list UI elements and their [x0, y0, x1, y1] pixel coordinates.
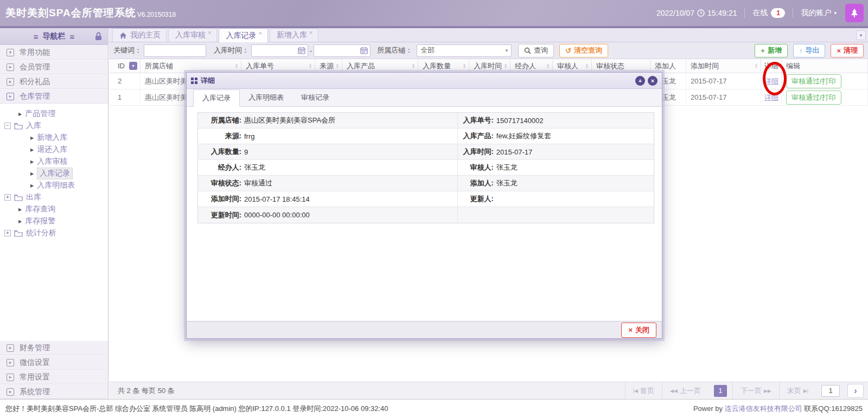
sidebar-item-points-gifts[interactable]: ▸ 积分礼品	[0, 74, 108, 89]
tree-item-stock-query[interactable]: ▶ 库存查询	[0, 203, 108, 215]
sort-icon[interactable]: ▲▼	[546, 63, 550, 69]
tree-item-inbound-records[interactable]: ▶ 入库记录	[0, 168, 108, 179]
pager-controls: |◀ 首页 ◀◀ 上一页 1 下一页 ▶▶ 末页 ▶| ›	[625, 382, 864, 399]
sort-icon[interactable]: ▲▼	[585, 63, 589, 69]
tab-inbound-records[interactable]: 入库记录 ×	[219, 28, 267, 42]
sidebar-item-label: 会员管理	[20, 62, 50, 72]
column-header-store[interactable]: 所属店铺 ▲▼	[141, 59, 241, 73]
field-value: few,妊娠纹修复套	[496, 131, 551, 141]
last-page-button[interactable]: 末页 ▶|	[779, 382, 816, 399]
sort-icon[interactable]: ▲▼	[412, 63, 415, 69]
sidebar-item-label: 常用功能	[20, 48, 50, 57]
clear-search-button[interactable]: ↺ 清空查询	[559, 44, 608, 57]
tab-close-icon[interactable]: ×	[258, 30, 261, 36]
menu-icon: ≡	[70, 32, 75, 41]
theme-tree-button[interactable]	[845, 4, 864, 22]
audit-print-button[interactable]: 审核通过/打印	[786, 91, 841, 105]
tab-close-icon[interactable]: ×	[208, 29, 211, 36]
sort-icon[interactable]: ▲▼	[755, 63, 758, 69]
modal-tab-inbound-detail-list[interactable]: 入库明细表	[240, 89, 292, 106]
app-root: 美时美刻SPA会所管理系统 V6.20150318 2022/10/07 15:…	[0, 0, 868, 418]
export-button[interactable]: ↑ 导出	[793, 44, 826, 57]
sidebar-item-system-management[interactable]: ▸ 系统管理	[0, 384, 108, 399]
tab-new-inbound[interactable]: 新增入库 ×	[270, 28, 318, 42]
audit-print-button[interactable]: 审核通过/打印	[786, 74, 841, 88]
tab-close-icon[interactable]: ×	[309, 29, 312, 36]
search-button[interactable]: 查询	[518, 44, 554, 57]
tree-branch-statistics[interactable]: + 统计分析	[0, 227, 108, 239]
tab-overflow-button[interactable]: ▾	[856, 30, 866, 40]
account-menu[interactable]: 我的账户 ▾	[801, 8, 837, 18]
column-selector-icon[interactable]: ▾	[129, 62, 137, 70]
modal-tab-audit-record[interactable]: 审核记录	[292, 89, 338, 106]
folder-open-icon	[14, 123, 23, 130]
maximize-button[interactable]: +	[635, 76, 645, 86]
keyword-input[interactable]	[144, 44, 206, 57]
tree-item-inbound-audit[interactable]: ▶ 入库审核	[0, 156, 108, 168]
modal-body: 所属店铺:惠山区美时美刻美容SPA会所 入库单号:150717140002 来源…	[187, 107, 662, 321]
tree-item-stock-alert[interactable]: ▶ 库存报警	[0, 215, 108, 227]
modal-tab-inbound-record[interactable]: 入库记录	[193, 89, 240, 107]
tree-branch-inbound[interactable]: − 入库	[0, 120, 108, 132]
column-header-order-no[interactable]: 入库单号 ▲▼	[241, 59, 315, 73]
column-header-handler[interactable]: 经办人 ▲▼	[510, 59, 553, 73]
goto-page-input[interactable]	[821, 385, 840, 397]
sort-icon[interactable]: ▲▼	[463, 63, 466, 69]
tab-bar: 我的主页 入库审核 × 入库记录 × 新增入库 × ▾	[109, 28, 868, 42]
goto-page-button[interactable]: ›	[847, 384, 864, 398]
column-header-product[interactable]: 入库产品 ▲▼	[342, 59, 418, 73]
column-header-auditor[interactable]: 审核人 ▲▼	[553, 59, 592, 73]
sidebar-item-common-settings[interactable]: ▸ 常用设置	[0, 370, 108, 384]
collapse-minus-icon[interactable]: −	[4, 123, 11, 129]
sidebar-item-warehouse-management[interactable]: ▸ 仓库管理	[0, 89, 108, 104]
detail-link[interactable]: 详细	[764, 76, 778, 86]
tree-item-return-inbound[interactable]: ▶ 退还入库	[0, 144, 108, 156]
tree-item-product-management[interactable]: ▶ 产品管理	[0, 108, 108, 120]
sidebar-item-label: 仓库管理	[20, 92, 50, 101]
cell-add-time: 2015-07-17	[686, 73, 761, 89]
store-select[interactable]: 全部 ▾	[417, 44, 512, 57]
leaf-arrow-icon: ▶	[30, 159, 34, 164]
sort-icon[interactable]: ▲▼	[235, 63, 238, 69]
sort-icon[interactable]: ▲▼	[336, 63, 339, 69]
lock-icon[interactable]	[94, 32, 103, 41]
tab-my-home[interactable]: 我的主页	[112, 28, 167, 42]
add-button[interactable]: + 新增	[755, 44, 788, 57]
modal-close-button[interactable]: × 关闭	[621, 323, 656, 338]
close-icon: ×	[837, 47, 841, 55]
tree-item-inbound-detail-list[interactable]: ▶ 入库明细表	[0, 179, 108, 191]
sidebar-header: ≡ 导航栏 ≡	[0, 28, 108, 45]
clean-button[interactable]: × 清理	[831, 44, 864, 57]
column-header-add-time[interactable]: 添加时间 ▲▼	[686, 59, 761, 73]
column-header-adder[interactable]: 添加人	[650, 59, 686, 73]
expand-plus-icon[interactable]: +	[4, 194, 11, 201]
date-to-input[interactable]	[314, 44, 371, 57]
company-link[interactable]: 连云港信友科技有限公司	[725, 404, 802, 413]
prev-page-button[interactable]: ◀◀ 上一页	[662, 382, 709, 399]
column-header-audit-status[interactable]: 审核状态	[592, 59, 650, 73]
current-page-indicator[interactable]: 1	[714, 385, 727, 397]
column-header-inbound-time[interactable]: 入库时间 ▲▼	[469, 59, 510, 73]
close-button[interactable]: ×	[648, 76, 658, 86]
sidebar-item-member-management[interactable]: ▸ 会员管理	[0, 60, 108, 74]
leaf-arrow-icon: ▶	[30, 183, 34, 188]
sidebar-item-finance-management[interactable]: ▸ 财务管理	[0, 340, 108, 355]
field-label: 添加人:	[458, 178, 494, 188]
sidebar-item-common-functions[interactable]: ▾ 常用功能	[0, 45, 108, 60]
tree-item-new-inbound[interactable]: ▶ 新增入库	[0, 132, 108, 144]
date-from-input[interactable]	[251, 44, 308, 57]
tab-inbound-audit[interactable]: 入库审核 ×	[168, 28, 217, 42]
detail-link[interactable]: 详细	[764, 93, 778, 102]
cell-edit: 审核通过/打印	[782, 73, 868, 89]
sort-icon[interactable]: ▲▼	[504, 63, 507, 69]
sidebar-item-wechat-settings[interactable]: ▸ 微信设置	[0, 355, 108, 370]
next-page-button[interactable]: 下一页 ▶▶	[732, 382, 779, 399]
first-page-button[interactable]: |◀ 首页	[625, 382, 662, 399]
triangle-right-icon: ▸	[7, 374, 14, 381]
column-header-source[interactable]: 来源 ▲▼	[315, 59, 342, 73]
column-header-quantity[interactable]: 入库数量 ▲▼	[418, 59, 469, 73]
tree-branch-outbound[interactable]: + 出库	[0, 191, 108, 203]
expand-plus-icon[interactable]: +	[4, 230, 11, 236]
sort-icon[interactable]: ▲▼	[309, 63, 312, 69]
column-header-id[interactable]: ID ▾	[109, 59, 141, 73]
